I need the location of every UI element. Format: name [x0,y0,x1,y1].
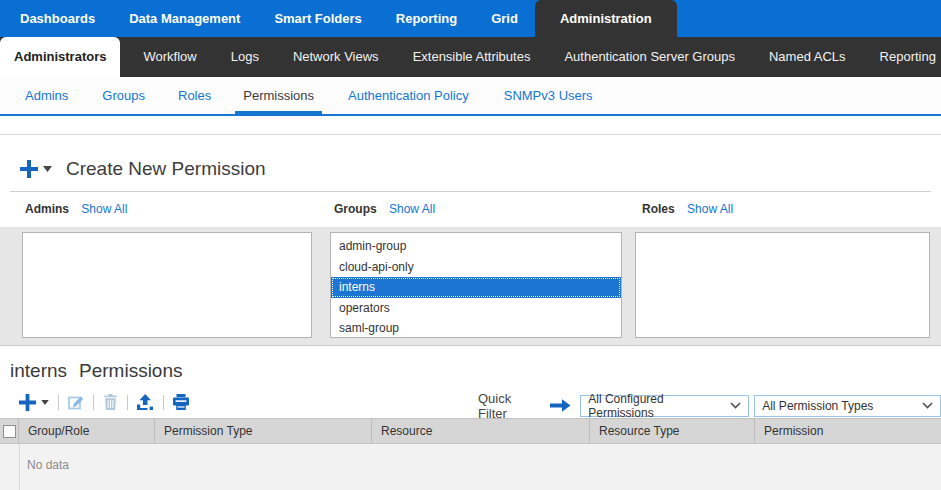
edit-button[interactable] [68,394,84,410]
admins-label: Admins [25,202,69,216]
column-divider [19,444,20,490]
nav-reporting[interactable]: Reporting [379,0,474,37]
toolbar-separator [58,395,59,410]
caret-down-icon[interactable] [41,400,49,405]
column-permission[interactable]: Permission [755,419,941,443]
create-permission-label: Create New Permission [66,158,266,180]
roles-listbox[interactable] [635,232,930,338]
column-resource-type[interactable]: Resource Type [590,419,755,443]
create-permission-row: Create New Permission [20,152,266,186]
groups-listbox[interactable]: admin-group cloud-api-only interns opera… [330,232,622,338]
upload-button[interactable] [137,394,154,410]
permissions-table-header: Group/Role Permission Type Resource Reso… [0,418,941,444]
subtab-permissions-active[interactable]: Permissions [235,77,322,114]
tab-network-views[interactable]: Network Views [276,37,396,77]
plus-icon [20,160,38,178]
add-permission-button[interactable] [20,160,52,178]
roles-show-all-link[interactable]: Show All [687,202,733,216]
section-divider [0,134,941,135]
list-item-cloud-api-only[interactable]: cloud-api-only [331,257,621,278]
plus-icon [19,394,36,411]
permissions-table-body: No data [0,444,941,490]
permission-types-value: All Permission Types [762,399,873,413]
configured-permissions-select[interactable]: All Configured Permissions [580,395,749,417]
subtab-roles[interactable]: Roles [178,77,211,114]
top-nav-bar: Dashboards Data Management Smart Folders… [0,0,941,37]
permission-types-select[interactable]: All Permission Types [754,395,941,417]
chevron-down-icon [730,402,741,409]
select-all-checkbox[interactable] [3,425,16,438]
divider [10,191,931,192]
permissions-panel-title: internsPermissions [10,360,195,382]
tab-logs[interactable]: Logs [214,37,276,77]
nav-administration-active[interactable]: Administration [535,0,677,37]
selected-group-name: interns [10,360,67,381]
tab-workflow[interactable]: Workflow [126,37,213,77]
groups-label-row: Groups Show All [334,202,435,216]
nav-data-management[interactable]: Data Management [112,0,257,37]
quick-filter-row: Quick Filter All Configured Permissions … [478,394,941,417]
nav-smart-folders[interactable]: Smart Folders [257,0,378,37]
nav-dashboards[interactable]: Dashboards [3,0,112,37]
print-button[interactable] [173,394,189,410]
subtab-groups[interactable]: Groups [102,77,145,114]
tab-administrators-active[interactable]: Administrators [0,37,120,77]
permissions-toolbar [19,391,189,413]
toolbar-separator [93,395,94,410]
admins-label-row: Admins Show All [25,202,127,216]
caret-down-icon[interactable] [43,166,52,172]
configured-permissions-value: All Configured Permissions [588,392,730,420]
nav-grid[interactable]: Grid [474,0,535,37]
no-data-message: No data [27,458,69,472]
delete-button[interactable] [103,394,118,410]
tab-reporting[interactable]: Reporting [863,37,941,77]
list-item-saml-group[interactable]: saml-group [331,318,621,338]
roles-label-row: Roles Show All [642,202,733,216]
arrow-right-icon [550,398,571,413]
list-item-operators[interactable]: operators [331,298,621,319]
subtab-snmpv3-users[interactable]: SNMPv3 Users [504,77,593,114]
select-all-cell [0,419,19,443]
sub-tab-bar: Admins Groups Roles Permissions Authenti… [0,77,941,116]
column-group-role[interactable]: Group/Role [19,419,155,443]
subtab-authentication-policy[interactable]: Authentication Policy [348,77,469,114]
toolbar-separator [127,395,128,410]
tab-extensible-attributes[interactable]: Extensible Attributes [396,37,548,77]
tab-auth-server-groups[interactable]: Authentication Server Groups [547,37,752,77]
groups-show-all-link[interactable]: Show All [389,202,435,216]
column-resource[interactable]: Resource [372,419,590,443]
subtab-admins[interactable]: Admins [25,77,68,114]
admin-tab-bar: Administrators Workflow Logs Network Vie… [0,37,941,77]
permissions-title-suffix: Permissions [79,360,182,381]
list-item-interns-selected[interactable]: interns [331,277,621,298]
list-item-admin-group[interactable]: admin-group [331,236,621,257]
chevron-down-icon [922,402,933,409]
column-permission-type[interactable]: Permission Type [155,419,372,443]
tab-named-acls[interactable]: Named ACLs [752,37,863,77]
admins-listbox[interactable] [22,232,312,338]
admins-show-all-link[interactable]: Show All [81,202,127,216]
groups-label: Groups [334,202,377,216]
add-button[interactable] [19,394,49,411]
roles-label: Roles [642,202,675,216]
quick-filter-label: Quick Filter [478,391,543,421]
toolbar-separator [163,395,164,410]
